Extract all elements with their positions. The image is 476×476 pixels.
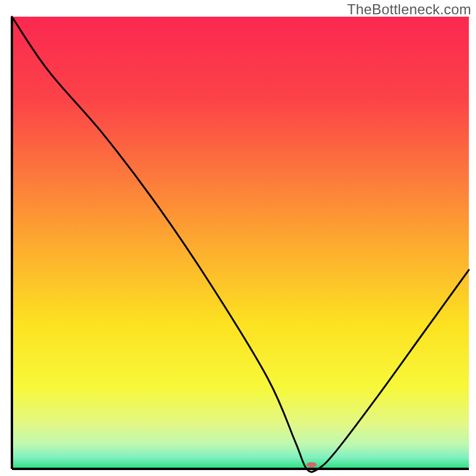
plot-background [12,17,469,469]
watermark-text: TheBottleneck.com [347,1,471,18]
optimal-marker [306,462,317,468]
chart-svg [0,0,476,476]
bottleneck-chart: TheBottleneck.com [0,0,476,476]
